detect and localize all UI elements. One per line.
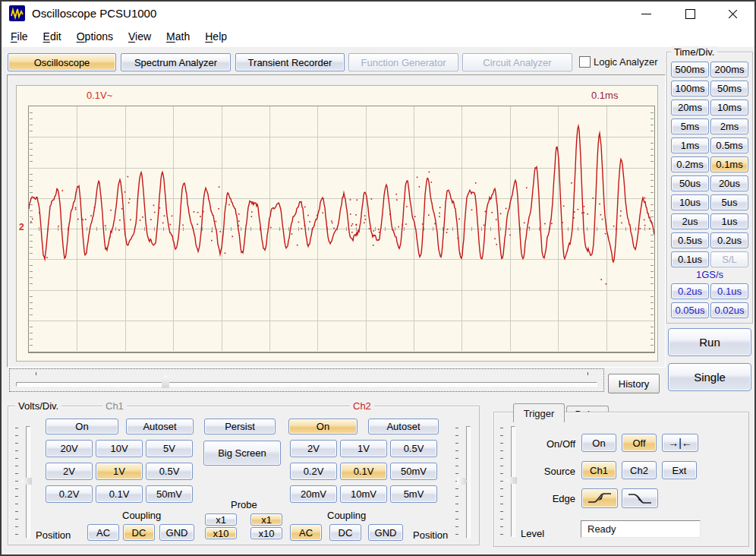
ch1-volt-5V[interactable]: 5V <box>146 440 193 457</box>
ch2-volt-1V[interactable]: 1V <box>340 440 387 457</box>
maximize-icon[interactable] <box>673 2 707 26</box>
channel2-position-marker[interactable]: 2 <box>19 222 24 232</box>
minimize-icon[interactable] <box>628 2 663 26</box>
timediv-5ms[interactable]: 5ms <box>671 118 709 134</box>
trigger-edge-falling-button[interactable] <box>622 488 658 508</box>
ch1-volt-0.1V[interactable]: 0.1V <box>96 485 143 503</box>
tab-transient-recorder[interactable]: Transient Recorder <box>235 53 345 71</box>
tab-trigger[interactable]: Trigger <box>513 403 565 422</box>
logic-analyzer-checkbox[interactable] <box>579 56 591 68</box>
ch1-on-button[interactable]: On <box>46 419 118 434</box>
trigger-source-ch1[interactable]: Ch1 <box>581 461 616 479</box>
timediv-20ms[interactable]: 20ms <box>671 100 709 115</box>
menu-edit[interactable]: Edit <box>36 28 69 45</box>
ch2-coupling-GND[interactable]: GND <box>368 524 403 541</box>
timediv-0.5us[interactable]: 0.5us <box>671 232 709 248</box>
timediv-20us[interactable]: 20us <box>710 175 748 191</box>
ch1-volt-2V[interactable]: 2V <box>46 463 93 480</box>
trigger-source-ext[interactable]: Ext <box>662 461 697 479</box>
ch1-probe-x10[interactable]: x10 <box>205 527 237 539</box>
ch2-label: Ch2 <box>350 400 374 412</box>
timediv-gs-0.02us[interactable]: 0.02us <box>710 302 748 318</box>
ch2-position-slider[interactable] <box>455 425 474 540</box>
timediv-0.2ms[interactable]: 0.2ms <box>671 156 709 172</box>
slider-thumb[interactable] <box>162 374 169 388</box>
timediv-200ms[interactable]: 200ms <box>710 62 748 77</box>
ch2-position-label: Position <box>413 529 448 541</box>
ch1-coupling-GND[interactable]: GND <box>159 524 194 541</box>
timediv-2ms[interactable]: 2ms <box>710 118 748 134</box>
ch1-autoset-button[interactable]: Autoset <box>126 419 194 434</box>
run-button[interactable]: Run <box>668 328 751 356</box>
ch2-coupling-DC[interactable]: DC <box>329 524 361 541</box>
ch2-coupling-AC[interactable]: AC <box>290 524 322 541</box>
ch1-probe-x1[interactable]: x1 <box>205 513 237 526</box>
slider-thumb[interactable] <box>21 478 32 485</box>
timediv-gs-0.1us[interactable]: 0.1us <box>710 283 748 299</box>
ch2-volt-0.1V[interactable]: 0.1V <box>340 463 387 480</box>
timediv-0.5ms[interactable]: 0.5ms <box>710 137 748 153</box>
timediv-100ms[interactable]: 100ms <box>671 81 709 96</box>
voltsdiv-title: Volts/Div. <box>15 400 61 412</box>
slider-thumb[interactable] <box>506 477 517 484</box>
ch2-volt-5mV[interactable]: 5mV <box>390 485 437 503</box>
timediv-5us[interactable]: 5us <box>710 194 748 210</box>
trigger-on-button[interactable]: On <box>581 434 616 452</box>
timediv-10us[interactable]: 10us <box>671 194 709 210</box>
close-icon[interactable] <box>715 2 750 26</box>
timediv-0.1ms[interactable]: 0.1ms <box>710 156 748 172</box>
timediv-1us[interactable]: 1us <box>710 213 748 229</box>
big-screen-button[interactable]: Big Screen <box>203 441 281 466</box>
ch2-volt-0.2V[interactable]: 0.2V <box>290 463 337 480</box>
tab-oscilloscope[interactable]: Oscilloscope <box>8 53 116 71</box>
slider-groove <box>466 426 471 539</box>
ch2-probe-x10[interactable]: x10 <box>250 527 282 539</box>
timediv-gs-0.2us[interactable]: 0.2us <box>671 283 709 299</box>
menu-view[interactable]: View <box>121 28 159 45</box>
menu-file[interactable]: File <box>3 28 36 45</box>
probe-label: Probe <box>231 499 257 510</box>
single-button[interactable]: Single <box>668 363 751 391</box>
trigger-level-value: Ready <box>581 520 701 538</box>
horizontal-position-slider[interactable] <box>9 368 604 392</box>
ch1-coupling-AC[interactable]: AC <box>87 524 119 541</box>
ch2-autoset-button[interactable]: Autoset <box>368 419 439 434</box>
ch1-volt-0.2V[interactable]: 0.2V <box>46 485 93 503</box>
trigger-off-button[interactable]: Off <box>622 434 657 452</box>
trigger-level-label: Level <box>521 528 544 539</box>
ch2-volt-10mV[interactable]: 10mV <box>340 485 387 503</box>
menu-math[interactable]: Math <box>159 28 197 45</box>
ch1-coupling-DC[interactable]: DC <box>123 524 155 541</box>
timediv-10ms[interactable]: 10ms <box>710 100 748 115</box>
ch2-volt-20mV[interactable]: 20mV <box>290 485 337 503</box>
ch2-on-button[interactable]: On <box>288 419 358 434</box>
ch2-volt-0.5V[interactable]: 0.5V <box>390 440 437 457</box>
trigger-sync-icon-button[interactable]: →|← <box>662 434 698 452</box>
ch1-position-slider[interactable] <box>14 425 34 540</box>
trigger-edge-rising-button[interactable] <box>581 488 618 508</box>
timediv-0.1us[interactable]: 0.1us <box>671 251 709 267</box>
ch2-volt-50mV[interactable]: 50mV <box>390 463 437 480</box>
ch2-volt-2V[interactable]: 2V <box>290 440 337 457</box>
ch1-position-label: Position <box>36 529 71 541</box>
menu-help[interactable]: Help <box>197 28 235 45</box>
timediv-0.2us[interactable]: 0.2us <box>710 232 748 248</box>
timediv-gs-0.05us[interactable]: 0.05us <box>671 302 709 318</box>
timediv-1ms[interactable]: 1ms <box>671 137 709 153</box>
history-button[interactable]: History <box>608 374 660 393</box>
menu-options[interactable]: Options <box>69 28 121 45</box>
trigger-level-slider[interactable] <box>499 425 519 539</box>
persist-button[interactable]: Persist <box>204 419 276 434</box>
ch1-volt-1V[interactable]: 1V <box>96 463 143 480</box>
ch1-volt-0.5V[interactable]: 0.5V <box>146 463 193 480</box>
ch1-volt-10V[interactable]: 10V <box>96 440 143 457</box>
trigger-source-ch2[interactable]: Ch2 <box>622 461 657 479</box>
timediv-2us[interactable]: 2us <box>671 213 709 229</box>
tab-spectrum-analyzer[interactable]: Spectrum Analyzer <box>121 53 231 71</box>
ch2-probe-x1[interactable]: x1 <box>250 513 282 526</box>
ch1-volt-20V[interactable]: 20V <box>46 440 93 457</box>
timediv-50ms[interactable]: 50ms <box>710 81 748 96</box>
timediv-50us[interactable]: 50us <box>671 175 709 191</box>
timediv-500ms[interactable]: 500ms <box>671 62 709 77</box>
ch1-volt-50mV[interactable]: 50mV <box>146 485 193 503</box>
